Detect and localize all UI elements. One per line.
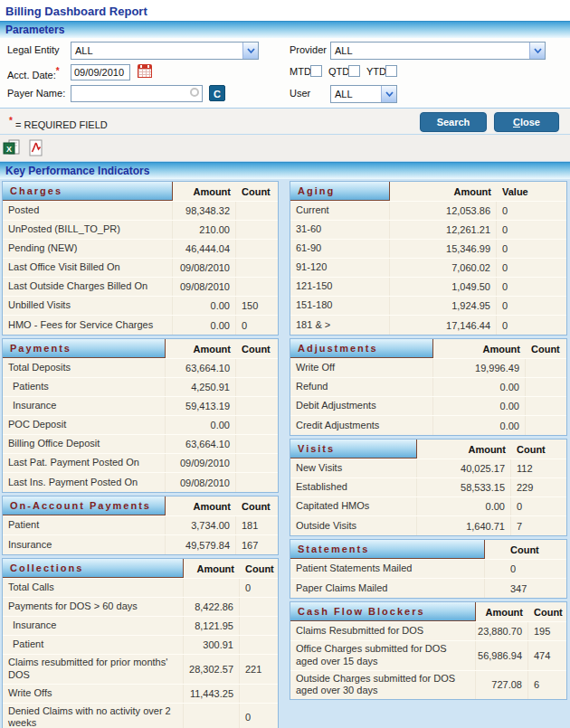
qtd-checkbox[interactable] xyxy=(348,65,360,77)
row-label: POC Deposit xyxy=(3,416,166,434)
cell-amount: 15,346.99 xyxy=(390,240,497,258)
cell-amount: 23,880.70 xyxy=(476,622,528,640)
cell-amount: 1,049.50 xyxy=(390,278,497,296)
row-label: Last Office Visit Billed On xyxy=(3,259,173,277)
mtd-checkbox[interactable] xyxy=(310,65,322,77)
row-label: Paper Claims Mailed xyxy=(290,579,485,598)
row-label: 181 & > xyxy=(290,316,390,335)
chevron-down-icon[interactable] xyxy=(381,86,396,102)
cell-amount: 1,924.95 xyxy=(390,297,497,315)
svg-text:X: X xyxy=(6,145,12,154)
payer-name-input[interactable] xyxy=(71,85,203,102)
close-button[interactable]: Close xyxy=(494,112,559,132)
table-title: Collections xyxy=(3,559,184,578)
cell-amount: 8,121.95 xyxy=(184,617,240,635)
row-label: Total Deposits xyxy=(3,359,166,377)
table-header-row: PaymentsAmountCount xyxy=(3,339,278,359)
table-row: Total Deposits63,664.10 xyxy=(3,359,278,378)
table-row: 91-1207,060.020 xyxy=(290,259,566,278)
parameters-footer: * = REQUIRED FIELD Search Close xyxy=(0,108,570,135)
mtd-label: MTD xyxy=(290,66,311,77)
parameters-section-header: Parameters xyxy=(0,21,570,38)
table-row: Last Outside Charges Billed On09/08/2010 xyxy=(3,278,278,297)
table-row: 151-1801,924.950 xyxy=(290,297,566,316)
table-row: Billing Office Deposit63,664.10 xyxy=(3,435,278,454)
ytd-checkbox[interactable] xyxy=(385,65,397,77)
calendar-icon[interactable] xyxy=(138,64,152,78)
column-header-amount: Amount xyxy=(390,182,497,201)
table-row: Denied Claims with no activity over 2 we… xyxy=(3,704,278,728)
table-row: Last Pat. Payment Posted On09/09/2010 xyxy=(3,454,278,473)
search-lookup-icon[interactable] xyxy=(190,88,199,97)
cell-amount: 09/08/2010 xyxy=(166,473,236,492)
kpi-table-collections: CollectionsAmountCountTotal Calls0Paymen… xyxy=(2,558,279,728)
cell-count xyxy=(236,454,278,472)
cell-count xyxy=(236,378,278,396)
table-row: Insurance49,579.84167 xyxy=(3,535,278,554)
row-label: Established xyxy=(290,478,417,496)
row-label: Unbilled Visits xyxy=(3,297,173,315)
table-row: Patient3,734.00181 xyxy=(3,516,278,535)
cell-count: 221 xyxy=(240,655,278,684)
table-header-row: VisitsAmountCount xyxy=(290,440,566,459)
row-label: 61-90 xyxy=(290,240,390,258)
table-header-row: CollectionsAmountCount xyxy=(3,559,278,579)
row-label: 151-180 xyxy=(290,297,390,315)
table-title: Aging xyxy=(290,182,390,201)
kpi-table-aging: AgingAmountValueCurrent12,053.86031-6012… xyxy=(290,181,567,336)
table-row: Write Offs11,443.25 xyxy=(3,685,278,704)
provider-select[interactable]: ALL xyxy=(330,42,546,60)
chevron-down-icon[interactable] xyxy=(529,43,545,59)
row-label: Posted xyxy=(3,202,173,220)
cell-amount: 59,413.19 xyxy=(166,397,236,415)
column-header-amount: Amount xyxy=(166,496,236,515)
table-row: POC Deposit0.00 xyxy=(3,416,278,435)
acct-date-input[interactable] xyxy=(71,64,130,80)
table-row: Patient300.91 xyxy=(3,636,278,655)
row-label: Payments for DOS > 60 days xyxy=(3,598,184,616)
table-row: 121-1501,049.500 xyxy=(290,278,566,297)
cell-count xyxy=(240,617,278,635)
column-header-count: Count xyxy=(528,602,566,621)
table-row: Outside Visits1,640.717 xyxy=(290,516,566,535)
user-select[interactable]: ALL xyxy=(330,85,397,103)
search-button-label: Search xyxy=(421,117,486,128)
table-row: Pending (NEW)46,444.04 xyxy=(3,240,278,259)
table-row: Insurance8,121.95 xyxy=(3,617,278,636)
cell-count: 6 xyxy=(528,671,566,700)
top-zone: Billing Dashboard Report Parameters Lega… xyxy=(0,0,570,179)
cell-amount: 7,060.02 xyxy=(390,259,497,277)
cell-amount: 19,996.49 xyxy=(433,359,526,377)
cell-amount: 09/08/2010 xyxy=(173,259,236,277)
cell-count xyxy=(236,221,278,239)
kpi-left-column: ChargesAmountCountPosted98,348.32UnPoste… xyxy=(2,181,279,728)
cell-amount: 12,053.86 xyxy=(390,202,497,220)
cell-amount: 98,348.32 xyxy=(173,202,236,220)
column-header-amount: Amount xyxy=(476,602,528,621)
kpi-section-header: Key Performance Indicators xyxy=(0,162,570,179)
close-button-label: Close xyxy=(495,117,558,128)
table-header-row: StatementsCount xyxy=(290,540,566,560)
table-row: Unbilled Visits0.00150 xyxy=(3,297,278,316)
column-header-count: Count xyxy=(236,339,278,358)
search-button[interactable]: Search xyxy=(420,112,487,132)
excel-export-icon[interactable]: X xyxy=(3,139,21,157)
row-label: Debit Adjustments xyxy=(290,397,433,415)
row-label: Outside Visits xyxy=(290,516,417,535)
table-row: Insurance59,413.19 xyxy=(3,397,278,416)
column-header-amount: Amount xyxy=(173,182,236,201)
cell-amount: 210.00 xyxy=(173,221,236,239)
acct-date-label: Acct. Date:* xyxy=(7,66,60,80)
cell-count xyxy=(526,378,566,396)
legal-entity-label: Legal Entity xyxy=(7,44,59,55)
column-header-count: Count xyxy=(526,339,566,358)
legal-entity-select[interactable]: ALL xyxy=(71,42,259,60)
pdf-export-icon[interactable] xyxy=(27,139,45,157)
table-row: Established58,533.15229 xyxy=(290,478,566,497)
cell-count: 181 xyxy=(236,516,278,534)
table-row: Debit Adjustments0.00 xyxy=(290,397,566,416)
clear-payer-button[interactable]: C xyxy=(209,85,225,101)
table-header-row: On-Account PaymentsAmountCount xyxy=(3,496,278,516)
cell-count xyxy=(236,397,278,415)
chevron-down-icon[interactable] xyxy=(242,43,258,59)
